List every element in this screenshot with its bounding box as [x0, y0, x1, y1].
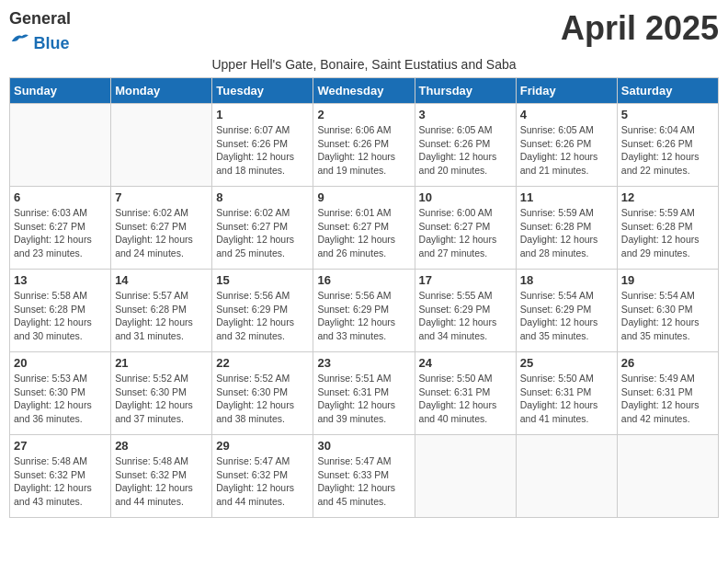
day-number: 12 [621, 190, 714, 204]
day-info: Sunrise: 6:02 AM Sunset: 6:27 PM Dayligh… [115, 206, 208, 260]
day-info: Sunrise: 5:52 AM Sunset: 6:30 PM Dayligh… [115, 372, 208, 426]
day-number: 19 [621, 273, 714, 287]
weekday-header-tuesday: Tuesday [212, 78, 313, 104]
calendar-cell: 5Sunrise: 6:04 AM Sunset: 6:26 PM Daylig… [617, 104, 718, 187]
logo: General Blue [9, 9, 71, 53]
day-number: 17 [419, 273, 512, 287]
calendar-cell: 30Sunrise: 5:47 AM Sunset: 6:33 PM Dayli… [313, 435, 415, 518]
day-number: 7 [115, 190, 208, 204]
day-info: Sunrise: 6:01 AM Sunset: 6:27 PM Dayligh… [317, 206, 410, 260]
calendar-cell: 25Sunrise: 5:50 AM Sunset: 6:31 PM Dayli… [516, 352, 617, 435]
calendar-cell: 12Sunrise: 5:59 AM Sunset: 6:28 PM Dayli… [617, 187, 718, 270]
day-number: 6 [14, 190, 107, 204]
day-number: 11 [520, 190, 613, 204]
day-info: Sunrise: 5:53 AM Sunset: 6:30 PM Dayligh… [14, 372, 107, 426]
weekday-header-friday: Friday [516, 78, 617, 104]
day-info: Sunrise: 5:47 AM Sunset: 6:32 PM Dayligh… [216, 454, 309, 509]
day-info: Sunrise: 6:02 AM Sunset: 6:27 PM Dayligh… [216, 206, 309, 260]
calendar-cell: 16Sunrise: 5:56 AM Sunset: 6:29 PM Dayli… [313, 270, 415, 352]
month-title: April 2025 [561, 9, 719, 48]
day-info: Sunrise: 5:50 AM Sunset: 6:31 PM Dayligh… [520, 372, 613, 426]
day-number: 9 [317, 190, 410, 204]
day-number: 4 [520, 108, 613, 121]
calendar-cell: 10Sunrise: 6:00 AM Sunset: 6:27 PM Dayli… [415, 187, 516, 270]
logo-text-general: General [9, 9, 71, 28]
calendar-cell [617, 435, 718, 518]
day-info: Sunrise: 6:00 AM Sunset: 6:27 PM Dayligh… [419, 206, 512, 260]
day-number: 10 [419, 190, 512, 204]
calendar-cell: 2Sunrise: 6:06 AM Sunset: 6:26 PM Daylig… [313, 104, 415, 187]
title-block: April 2025 [561, 9, 719, 48]
calendar-cell: 26Sunrise: 5:49 AM Sunset: 6:31 PM Dayli… [617, 352, 718, 435]
day-info: Sunrise: 5:59 AM Sunset: 6:28 PM Dayligh… [520, 206, 613, 260]
day-info: Sunrise: 5:49 AM Sunset: 6:31 PM Dayligh… [621, 372, 714, 426]
day-number: 16 [317, 273, 410, 287]
calendar-cell: 28Sunrise: 5:48 AM Sunset: 6:32 PM Dayli… [111, 435, 212, 518]
calendar-cell [111, 104, 212, 187]
calendar-cell: 3Sunrise: 6:05 AM Sunset: 6:26 PM Daylig… [415, 104, 516, 187]
day-info: Sunrise: 5:59 AM Sunset: 6:28 PM Dayligh… [621, 206, 714, 260]
day-number: 28 [115, 439, 208, 453]
day-info: Sunrise: 6:04 AM Sunset: 6:26 PM Dayligh… [621, 123, 714, 178]
day-info: Sunrise: 5:54 AM Sunset: 6:29 PM Dayligh… [520, 289, 613, 343]
day-number: 15 [216, 273, 309, 287]
day-info: Sunrise: 6:03 AM Sunset: 6:27 PM Dayligh… [14, 206, 107, 260]
day-info: Sunrise: 5:48 AM Sunset: 6:32 PM Dayligh… [14, 454, 107, 509]
calendar-cell: 21Sunrise: 5:52 AM Sunset: 6:30 PM Dayli… [111, 352, 212, 435]
day-number: 26 [621, 356, 714, 370]
subtitle: Upper Hell's Gate, Bonaire, Saint Eustat… [9, 57, 719, 72]
day-number: 22 [216, 356, 309, 370]
day-info: Sunrise: 5:58 AM Sunset: 6:28 PM Dayligh… [14, 289, 107, 343]
day-info: Sunrise: 5:48 AM Sunset: 6:32 PM Dayligh… [115, 454, 208, 509]
day-info: Sunrise: 6:06 AM Sunset: 6:26 PM Dayligh… [317, 123, 410, 178]
calendar-cell: 7Sunrise: 6:02 AM Sunset: 6:27 PM Daylig… [111, 187, 212, 270]
day-info: Sunrise: 5:56 AM Sunset: 6:29 PM Dayligh… [317, 289, 410, 343]
day-info: Sunrise: 5:56 AM Sunset: 6:29 PM Dayligh… [216, 289, 309, 343]
weekday-header-thursday: Thursday [415, 78, 516, 104]
calendar-cell: 22Sunrise: 5:52 AM Sunset: 6:30 PM Dayli… [212, 352, 313, 435]
calendar-cell: 19Sunrise: 5:54 AM Sunset: 6:30 PM Dayli… [617, 270, 718, 352]
day-info: Sunrise: 5:55 AM Sunset: 6:29 PM Dayligh… [419, 289, 512, 343]
calendar-cell: 8Sunrise: 6:02 AM Sunset: 6:27 PM Daylig… [212, 187, 313, 270]
day-info: Sunrise: 5:47 AM Sunset: 6:33 PM Dayligh… [317, 454, 410, 509]
calendar-cell: 24Sunrise: 5:50 AM Sunset: 6:31 PM Dayli… [415, 352, 516, 435]
day-info: Sunrise: 5:52 AM Sunset: 6:30 PM Dayligh… [216, 372, 309, 426]
calendar-cell: 1Sunrise: 6:07 AM Sunset: 6:26 PM Daylig… [212, 104, 313, 187]
calendar-cell: 11Sunrise: 5:59 AM Sunset: 6:28 PM Dayli… [516, 187, 617, 270]
day-number: 21 [115, 356, 208, 370]
day-number: 3 [419, 108, 512, 121]
calendar-cell: 23Sunrise: 5:51 AM Sunset: 6:31 PM Dayli… [313, 352, 415, 435]
day-number: 2 [317, 108, 410, 121]
day-number: 20 [14, 356, 107, 370]
day-number: 23 [317, 356, 410, 370]
day-number: 14 [115, 273, 208, 287]
day-number: 30 [317, 439, 410, 453]
weekday-header-saturday: Saturday [617, 78, 718, 104]
calendar-cell: 4Sunrise: 6:05 AM Sunset: 6:26 PM Daylig… [516, 104, 617, 187]
day-info: Sunrise: 6:05 AM Sunset: 6:26 PM Dayligh… [520, 123, 613, 178]
day-number: 5 [621, 108, 714, 121]
day-number: 25 [520, 356, 613, 370]
day-number: 27 [14, 439, 107, 453]
day-number: 29 [216, 439, 309, 453]
weekday-header-monday: Monday [111, 78, 212, 104]
calendar-cell: 17Sunrise: 5:55 AM Sunset: 6:29 PM Dayli… [415, 270, 516, 352]
day-info: Sunrise: 5:51 AM Sunset: 6:31 PM Dayligh… [317, 372, 410, 426]
calendar-cell: 29Sunrise: 5:47 AM Sunset: 6:32 PM Dayli… [212, 435, 313, 518]
calendar-table: SundayMondayTuesdayWednesdayThursdayFrid… [9, 77, 719, 518]
calendar-cell [516, 435, 617, 518]
day-number: 13 [14, 273, 107, 287]
calendar-cell: 15Sunrise: 5:56 AM Sunset: 6:29 PM Dayli… [212, 270, 313, 352]
day-info: Sunrise: 6:05 AM Sunset: 6:26 PM Dayligh… [419, 123, 512, 178]
calendar-cell [415, 435, 516, 518]
calendar-cell: 9Sunrise: 6:01 AM Sunset: 6:27 PM Daylig… [313, 187, 415, 270]
weekday-header-sunday: Sunday [10, 78, 111, 104]
calendar-cell: 20Sunrise: 5:53 AM Sunset: 6:30 PM Dayli… [10, 352, 111, 435]
calendar-cell [10, 104, 111, 187]
day-number: 1 [216, 108, 309, 121]
day-info: Sunrise: 5:54 AM Sunset: 6:30 PM Dayligh… [621, 289, 714, 343]
day-number: 8 [216, 190, 309, 204]
calendar-cell: 14Sunrise: 5:57 AM Sunset: 6:28 PM Dayli… [111, 270, 212, 352]
day-number: 24 [419, 356, 512, 370]
calendar-cell: 18Sunrise: 5:54 AM Sunset: 6:29 PM Dayli… [516, 270, 617, 352]
